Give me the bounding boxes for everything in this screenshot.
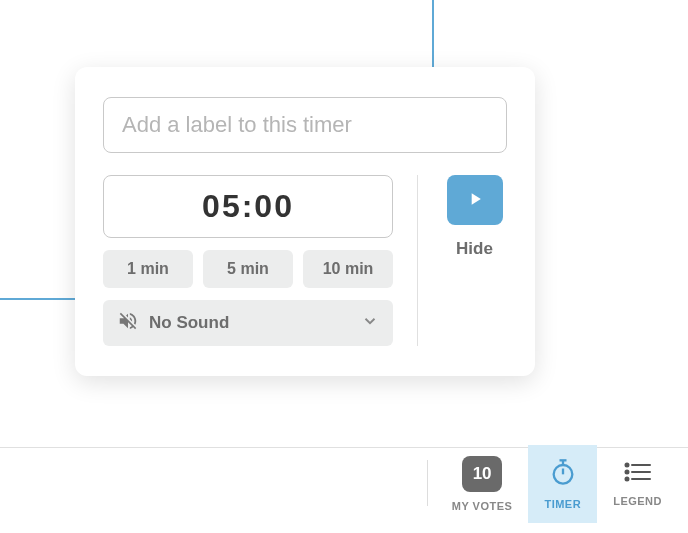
toolbar-divider [427,460,428,506]
timer-time-display[interactable]: 05:00 [103,175,393,238]
timer-presets: 1 min 5 min 10 min [103,250,393,288]
sound-label: No Sound [149,313,229,333]
timer-left-column: 05:00 1 min 5 min 10 min No Sound [103,175,393,346]
chevron-down-icon [361,312,379,334]
svg-point-4 [625,464,628,467]
bottom-toolbar: 10 MY VOTES TIMER LEGEND [427,445,678,523]
play-icon [465,189,485,212]
mute-icon [117,310,139,336]
preset-5min-button[interactable]: 5 min [203,250,293,288]
toolbar-item-legend[interactable]: LEGEND [597,445,678,523]
play-button[interactable] [447,175,503,225]
preset-10min-button[interactable]: 10 min [303,250,393,288]
svg-point-8 [625,478,628,481]
hide-button[interactable]: Hide [456,239,493,259]
timer-label-input[interactable] [103,97,507,153]
votes-label: MY VOTES [452,500,513,512]
preset-1min-button[interactable]: 1 min [103,250,193,288]
stopwatch-icon [549,458,577,490]
toolbar-item-timer[interactable]: TIMER [528,445,597,523]
timer-toolbar-label: TIMER [544,498,581,510]
votes-count-badge: 10 [462,456,502,492]
svg-point-6 [625,471,628,474]
toolbar-item-votes[interactable]: 10 MY VOTES [436,445,529,523]
legend-icon [624,461,652,487]
sound-dropdown-left: No Sound [117,310,229,336]
sound-dropdown[interactable]: No Sound [103,300,393,346]
timer-controls-row: 05:00 1 min 5 min 10 min No Sound [103,175,507,346]
timer-panel: 05:00 1 min 5 min 10 min No Sound [75,67,535,376]
legend-label: LEGEND [613,495,662,507]
timer-right-column: Hide [417,175,507,346]
